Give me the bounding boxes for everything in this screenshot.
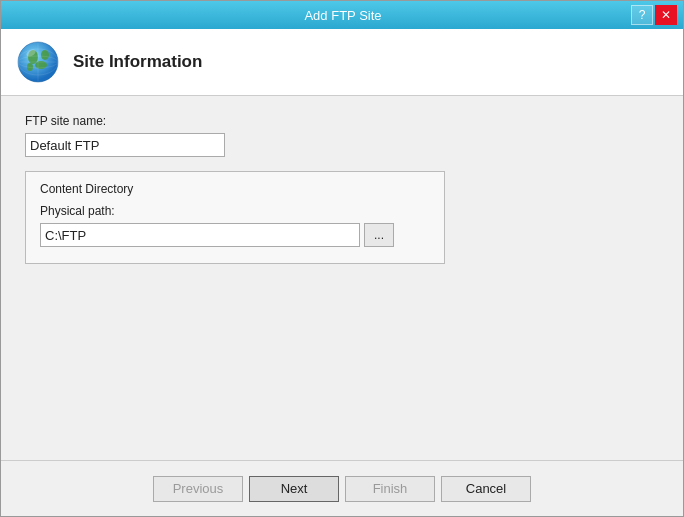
content-directory-group: Content Directory Physical path: ... (25, 171, 445, 264)
next-button[interactable]: Next (249, 476, 339, 502)
help-button[interactable]: ? (631, 5, 653, 25)
content-area: FTP site name: Content Directory Physica… (1, 96, 683, 460)
site-name-input[interactable] (25, 133, 225, 157)
footer: Previous Next Finish Cancel (1, 460, 683, 516)
header-section: Site Information (1, 29, 683, 96)
site-name-label: FTP site name: (25, 114, 659, 128)
physical-path-label: Physical path: (40, 204, 430, 218)
svg-point-2 (41, 50, 49, 60)
finish-button[interactable]: Finish (345, 476, 435, 502)
browse-button[interactable]: ... (364, 223, 394, 247)
previous-button[interactable]: Previous (153, 476, 243, 502)
page-title: Site Information (73, 52, 202, 72)
site-name-section: FTP site name: (25, 114, 659, 157)
dialog-title: Add FTP Site (55, 8, 631, 23)
dialog: Add FTP Site ? ✕ (0, 0, 684, 517)
close-button[interactable]: ✕ (655, 5, 677, 25)
physical-path-input[interactable] (40, 223, 360, 247)
content-directory-label: Content Directory (40, 182, 430, 196)
title-bar-controls: ? ✕ (631, 5, 677, 25)
title-bar: Add FTP Site ? ✕ (1, 1, 683, 29)
path-row: ... (40, 223, 430, 247)
globe-icon (17, 41, 59, 83)
cancel-button[interactable]: Cancel (441, 476, 531, 502)
